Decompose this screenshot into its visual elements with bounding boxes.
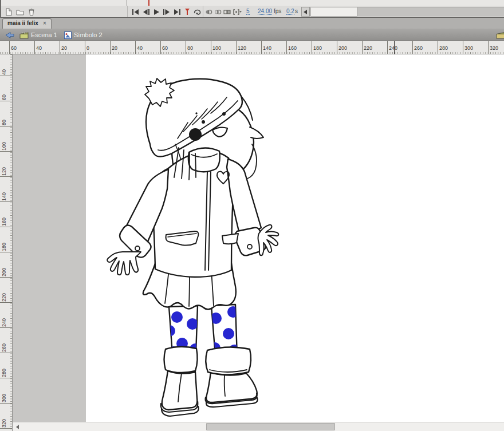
ruler-major-tick: 120 — [236, 41, 246, 54]
document-tab-label: maia ii felix — [7, 20, 38, 26]
timeline-scrollbar-thumb[interactable] — [310, 7, 357, 17]
onion-skin-outlines-button[interactable] — [214, 7, 222, 17]
step-forward-button[interactable] — [162, 7, 172, 17]
timeline-frames-strip[interactable] — [0, 0, 504, 6]
new-layer-button[interactable] — [3, 7, 14, 17]
ruler-label: 60 — [1, 94, 7, 100]
loop-playback-button[interactable] — [192, 7, 203, 17]
breadcrumb-symbol[interactable]: Símbolo 2 — [64, 29, 103, 41]
new-folder-button[interactable] — [15, 7, 25, 17]
ruler-label: 260 — [1, 343, 7, 352]
scarf-collar[interactable] — [188, 148, 220, 172]
ruler-label: 180 — [313, 45, 322, 51]
ruler-major-tick: 40 — [34, 41, 42, 54]
play-button[interactable] — [151, 7, 162, 17]
edit-multiple-frames-icon — [223, 9, 231, 15]
edit-bar: Escena 1 Símbolo 2 — [0, 29, 504, 41]
onion-skin-button[interactable] — [204, 7, 213, 17]
ruler-major-tick: 220 — [0, 291, 12, 303]
blush-cheek — [189, 128, 202, 141]
ruler-label: 300 — [464, 45, 473, 51]
edit-scene-button[interactable] — [496, 29, 504, 41]
ruler-label: 220 — [364, 45, 372, 51]
ruler-label: 40 — [36, 45, 42, 51]
status-bar-divider — [127, 6, 128, 17]
elapsed-time-value[interactable]: 0.2 — [286, 8, 294, 15]
current-frame-value[interactable]: 5 — [246, 8, 250, 15]
ruler-label: 240 — [389, 45, 397, 51]
tab-close-icon[interactable]: × — [43, 20, 46, 26]
winter-boots[interactable] — [161, 347, 258, 416]
ruler-major-tick: 140 — [261, 41, 271, 54]
flash-application-window: 5 24.00 fps 0.2 s maia ii felix× Es — [0, 0, 504, 431]
ruler-label: 160 — [288, 45, 297, 51]
modify-markers-button[interactable] — [232, 7, 242, 17]
breadcrumb-scene[interactable]: Escena 1 — [19, 29, 57, 41]
scrollbar-left-arrow-button[interactable] — [13, 422, 23, 431]
go-to-last-frame-button[interactable] — [172, 7, 182, 17]
symbol-icon — [64, 31, 72, 39]
ruler-major-tick: 120 — [0, 165, 12, 177]
new-folder-icon — [16, 8, 24, 16]
frame-rate-value[interactable]: 24.00 — [258, 8, 272, 15]
scroll-left-arrow-icon — [16, 425, 19, 429]
right-pocket — [222, 234, 238, 244]
ruler-major-tick: 260 — [412, 41, 423, 54]
step-back-icon — [142, 9, 150, 15]
ruler-label: 120 — [1, 167, 7, 176]
onion-skin-icon — [205, 9, 212, 15]
timeline-scrollbar-track[interactable] — [357, 7, 504, 17]
frame-rate-unit: fps — [274, 8, 281, 14]
timeline-playhead[interactable] — [148, 0, 149, 6]
ruler-label: 180 — [1, 243, 7, 251]
document-tab[interactable]: maia ii felix× — [2, 18, 52, 29]
go-to-first-frame-button[interactable] — [131, 7, 141, 17]
ruler-major-tick: 0 — [85, 41, 89, 54]
onion-skin-outlines-icon — [214, 9, 222, 15]
ruler-label: 80 — [1, 120, 7, 125]
ruler-label: 200 — [338, 45, 347, 51]
vertical-ruler[interactable]: 4060801001201401601802002202402602803003… — [0, 54, 13, 431]
ruler-major-tick: 140 — [0, 191, 12, 202]
play-icon — [152, 9, 160, 15]
ruler-major-tick: 300 — [0, 392, 12, 404]
back-button[interactable] — [5, 29, 14, 41]
ruler-major-tick: 240 — [387, 41, 397, 54]
loop-icon — [193, 8, 202, 15]
go-to-first-frame-icon — [132, 9, 140, 15]
ruler-major-tick: 240 — [0, 317, 12, 328]
new-layer-icon — [5, 8, 13, 16]
ruler-major-tick: 180 — [312, 41, 322, 54]
ruler-major-tick: 20 — [110, 41, 117, 54]
scene-icon — [19, 31, 29, 39]
go-to-last-frame-icon — [173, 9, 181, 15]
center-frame-button[interactable] — [183, 7, 191, 17]
scroll-left-arrow-icon — [304, 10, 308, 14]
ruler-label: 40 — [1, 69, 7, 75]
edit-multiple-frames-button[interactable] — [223, 7, 231, 17]
horizontal-ruler[interactable]: 6040200204060801001201401601802002202402… — [0, 41, 504, 54]
delete-layer-button[interactable] — [26, 7, 37, 17]
pasteboard[interactable] — [13, 54, 86, 422]
girl-drawing[interactable] — [86, 54, 504, 422]
ruler-major-tick: 80 — [0, 115, 12, 126]
ruler-major-tick: 160 — [286, 41, 297, 54]
ruler-major-tick: 40 — [135, 41, 143, 54]
ruler-major-tick: 220 — [362, 41, 372, 54]
step-back-button[interactable] — [141, 7, 151, 17]
ruler-major-tick: 60 — [160, 41, 168, 54]
ruler-label: 0 — [86, 45, 89, 51]
ruler-major-tick: 180 — [0, 241, 12, 252]
horizontal-scrollbar-thumb[interactable] — [206, 423, 335, 430]
ruler-major-tick: 80 — [186, 41, 193, 54]
timeline-status-bar: 5 24.00 fps 0.2 s — [0, 6, 504, 18]
ruler-major-tick: 200 — [0, 266, 12, 278]
ruler-major-tick: 100 — [0, 140, 12, 152]
ruler-major-tick: 200 — [337, 41, 347, 54]
ruler-major-tick: 100 — [211, 41, 221, 54]
edit-scene-clapperboard-icon — [496, 31, 504, 39]
horizontal-scrollbar[interactable] — [13, 422, 504, 431]
ruler-label: 220 — [1, 293, 7, 302]
timeline-scroll-left-button[interactable] — [301, 7, 310, 17]
ruler-major-tick: 260 — [0, 342, 12, 353]
